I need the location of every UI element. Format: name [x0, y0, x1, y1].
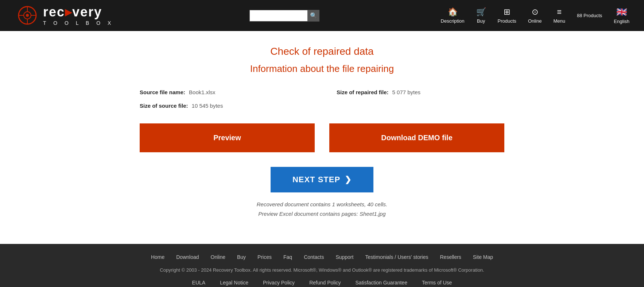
- search-area: 🔍: [249, 10, 319, 22]
- svg-point-2: [26, 14, 29, 17]
- menu-icon: ≡: [557, 7, 562, 17]
- nav-online-label: Online: [528, 18, 542, 24]
- logo-sub-text: T O O L B O X: [43, 20, 114, 26]
- nav-products[interactable]: ⊞ Products: [498, 7, 516, 24]
- page-subtitle: Information about the file repairing: [250, 63, 394, 74]
- source-file-label: Source file name:: [140, 89, 185, 95]
- recovered-line2: Preview Excel document contains pages: S…: [257, 209, 388, 219]
- footer-satisfaction[interactable]: Satisfaction Guarantee: [356, 280, 407, 286]
- footer-terms[interactable]: Terms of Use: [422, 280, 452, 286]
- logo-area: rec▸very T O O L B O X: [15, 5, 114, 26]
- nav-english-label: English: [614, 19, 629, 24]
- nav-buy[interactable]: 🛒 Buy: [476, 7, 486, 24]
- footer-copyright: Copyright © 2003 - 2024 Recovery Toolbox…: [15, 267, 629, 274]
- search-input[interactable]: [249, 10, 308, 22]
- footer-link-contacts[interactable]: Contacts: [304, 254, 324, 260]
- nav-buy-label: Buy: [477, 18, 485, 24]
- nav-description-label: Description: [441, 18, 465, 24]
- products-count-badge: 88 Products: [577, 13, 602, 18]
- preview-button[interactable]: Preview: [140, 123, 315, 152]
- footer-link-prices[interactable]: Prices: [257, 254, 272, 260]
- logo-main-text: rec▸very: [43, 5, 114, 19]
- action-buttons-row: Preview Download DEMO file: [140, 123, 504, 152]
- site-footer: Home Download Online Buy Prices Faq Cont…: [0, 244, 644, 287]
- grid-icon: ⊞: [504, 7, 510, 17]
- source-file-row: Source file name: Book1.xlsx: [140, 89, 307, 95]
- footer-refund[interactable]: Refund Policy: [309, 280, 341, 286]
- recovered-info: Recovered document contains 1 worksheets…: [257, 200, 388, 218]
- footer-legal-notice[interactable]: Legal Notice: [220, 280, 248, 286]
- footer-nav: Home Download Online Buy Prices Faq Cont…: [15, 254, 629, 260]
- page-title: Check of repaired data: [270, 46, 373, 57]
- footer-link-resellers[interactable]: Resellers: [440, 254, 461, 260]
- footer-link-faq[interactable]: Faq: [283, 254, 292, 260]
- source-file-value: Book1.xlsx: [189, 89, 216, 95]
- download-demo-button[interactable]: Download DEMO file: [329, 123, 504, 152]
- logo-icon: [15, 5, 40, 26]
- chevron-right-icon: ❯: [345, 175, 352, 184]
- search-button[interactable]: 🔍: [308, 10, 319, 22]
- nav-products-count: 88 Products: [577, 13, 602, 18]
- nav-online[interactable]: ⊙ Online: [528, 7, 542, 24]
- home-icon: 🏠: [448, 7, 458, 17]
- footer-link-buy[interactable]: Buy: [237, 254, 246, 260]
- footer-link-home[interactable]: Home: [151, 254, 164, 260]
- main-content: Check of repaired data Information about…: [0, 31, 644, 244]
- online-icon: ⊙: [532, 7, 538, 17]
- next-step-button[interactable]: NEXT STEP ❯: [271, 167, 373, 192]
- footer-eula[interactable]: EULA: [192, 280, 206, 286]
- nav-area: 🏠 Description 🛒 Buy ⊞ Products ⊙ Online …: [441, 7, 629, 24]
- next-step-label: NEXT STEP: [292, 175, 340, 184]
- recovered-line1: Recovered document contains 1 worksheets…: [257, 200, 388, 209]
- source-size-row: Size of source file: 10 545 bytes: [140, 103, 307, 109]
- footer-privacy[interactable]: Privacy Policy: [263, 280, 295, 286]
- flag-icon: 🇬🇧: [616, 7, 627, 17]
- footer-link-support[interactable]: Support: [335, 254, 353, 260]
- nav-menu-label: Menu: [553, 18, 565, 24]
- nav-description[interactable]: 🏠 Description: [441, 7, 465, 24]
- source-size-label: Size of source file:: [140, 103, 188, 109]
- repaired-size-label: Size of repaired file:: [337, 89, 389, 95]
- cart-icon: 🛒: [476, 7, 486, 17]
- footer-link-download[interactable]: Download: [176, 254, 199, 260]
- footer-legal: EULA Legal Notice Privacy Policy Refund …: [15, 280, 629, 286]
- footer-link-testimonials[interactable]: Testimonials / Users' stories: [365, 254, 428, 260]
- site-header: rec▸very T O O L B O X 🔍 🏠 Description 🛒…: [0, 0, 644, 31]
- next-step-area: NEXT STEP ❯ Recovered document contains …: [257, 167, 388, 218]
- nav-english[interactable]: 🇬🇧 English: [614, 7, 629, 24]
- repaired-size-value: 5 077 bytes: [392, 89, 421, 95]
- source-size-value: 10 545 bytes: [192, 103, 223, 109]
- file-info-grid: Source file name: Book1.xlsx Size of rep…: [140, 89, 504, 109]
- nav-products-label: Products: [498, 18, 516, 24]
- logo-text-block: rec▸very T O O L B O X: [43, 5, 114, 26]
- nav-menu[interactable]: ≡ Menu: [553, 7, 565, 24]
- repaired-size-row: Size of repaired file: 5 077 bytes: [337, 89, 504, 95]
- footer-link-online[interactable]: Online: [211, 254, 225, 260]
- footer-link-sitemap[interactable]: Site Map: [473, 254, 493, 260]
